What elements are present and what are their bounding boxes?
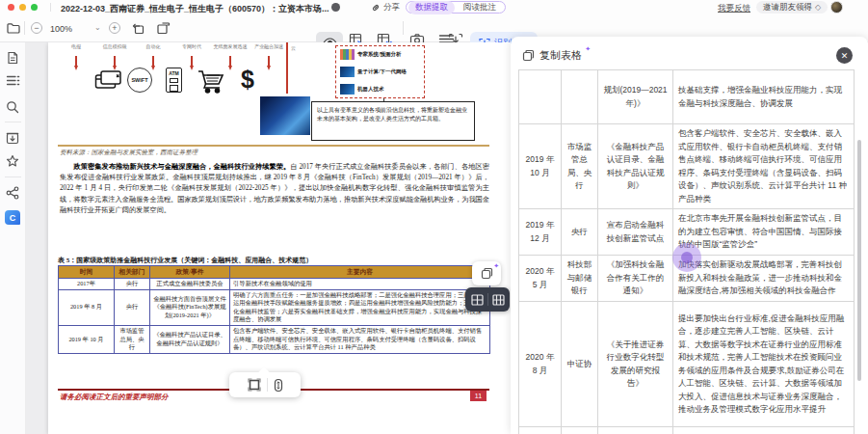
stage-label: 自动化 bbox=[146, 44, 161, 56]
down-arrow-icon bbox=[152, 56, 154, 66]
tech-thumbnail bbox=[340, 84, 355, 95]
table-row[interactable]: 2020 年 8 月 中证协 《关于推进证券行业数字化转型发展的研究报告》 提出… bbox=[519, 302, 855, 427]
zoom-in-button[interactable]: + bbox=[109, 22, 120, 34]
cell-dept[interactable]: 市场监管总局、央行 bbox=[562, 124, 598, 209]
divider bbox=[267, 378, 268, 392]
cell-content[interactable]: 技基础支撑，增强金融业科技应用能力，实现金融与科技深度融合、协调发展 bbox=[673, 70, 855, 124]
ai-sparkle-icon: ✦ bbox=[585, 45, 591, 52]
open-folder-icon[interactable] bbox=[7, 22, 20, 34]
selection-popover bbox=[229, 372, 301, 397]
cell-content: 引导新技术在金融领域的使用 bbox=[230, 279, 490, 290]
cell-time: 2019 年 8 月 bbox=[59, 289, 115, 325]
atm-icon: ATM bbox=[166, 68, 182, 93]
table-row: 2017年 央行 正式成立金融科技委员会 引导新技术在金融领域的使用 bbox=[59, 279, 490, 290]
swift-globe-icon: SWIFT bbox=[127, 68, 152, 93]
rotate-left-icon[interactable] bbox=[132, 22, 145, 35]
down-arrow-icon bbox=[114, 56, 116, 66]
close-panel-button[interactable]: ✕ bbox=[836, 47, 853, 64]
cell-time: 2019 年 10 月 bbox=[59, 325, 115, 353]
tab-data-extract[interactable]: 数据提取 bbox=[408, 1, 455, 14]
left-sidebar: C bbox=[0, 42, 26, 434]
select-region-icon[interactable] bbox=[248, 378, 261, 392]
tab-annotate[interactable]: 阅读批注 bbox=[457, 1, 503, 14]
divider bbox=[487, 293, 488, 306]
stage-label: 无纸面发展迅速 bbox=[214, 44, 248, 56]
cell-time[interactable]: 2019 年 10 月 bbox=[519, 124, 562, 209]
share-nodes-icon[interactable] bbox=[6, 186, 19, 200]
copy-table-panel: 复制表格 ✦ ✕ 规划(2019—2021 年)》 技基础支撑，增强金融业科技应… bbox=[511, 37, 868, 434]
divider bbox=[58, 145, 489, 147]
stage-label: 信息模拟银 bbox=[103, 44, 127, 56]
cell-dept[interactable] bbox=[562, 427, 598, 434]
stage-item: 电报 bbox=[58, 44, 94, 70]
cell-dept[interactable]: 科技部与邮储银行 bbox=[562, 256, 598, 302]
table-grid-icon[interactable] bbox=[471, 294, 484, 306]
cell-content[interactable]: 包含客户端软件、安全芯片、安全载体、嵌入式应用软件、银行卡自动柜员机终端、支付销… bbox=[673, 124, 855, 209]
cell-time[interactable] bbox=[519, 70, 562, 124]
down-arrow-icon bbox=[229, 56, 231, 66]
table-row[interactable]: 规划(2019—2021 年)》 技基础支撑，增强金融业科技应用能力，实现金融与… bbox=[519, 70, 855, 124]
gem-icon: ◇ bbox=[815, 3, 821, 12]
cell-content[interactable]: 在北京市率先开展金融科技创新监管试点，目的为建立包容审慎、符合中国国情、与国际接… bbox=[673, 209, 855, 256]
cell-dept[interactable] bbox=[562, 70, 598, 124]
tech-label: 机器人技术 bbox=[357, 86, 384, 93]
drag-vertical-icon[interactable] bbox=[274, 378, 283, 393]
stage-item: 专网时代 bbox=[173, 44, 210, 70]
cell-dept: 央行 bbox=[115, 279, 150, 290]
cell-policy[interactable]: 《关于推进证券行业数字化转型发展的研究报告》 bbox=[598, 302, 673, 427]
cell-dept[interactable]: 央行 bbox=[562, 209, 598, 256]
close-window-button[interactable] bbox=[8, 4, 14, 11]
cell-policy[interactable]: 规划(2019—2021 年)》 bbox=[598, 70, 673, 124]
thumbnails-page-icon[interactable] bbox=[6, 51, 19, 65]
table-grid-plus-icon[interactable] bbox=[492, 294, 505, 306]
table-tools-bar[interactable] bbox=[465, 287, 510, 312]
zoom-out-button[interactable]: − bbox=[31, 22, 42, 34]
table-row[interactable]: 2019 年 10 月 市场监管总局、央行 《金融科技产品认证目录、金融科技产品… bbox=[519, 124, 855, 209]
search-icon[interactable] bbox=[6, 100, 19, 114]
table-caption: 表 5：国家级政策助推金融科技行业发展（关键词：金融科技、应用融合、技术规范） bbox=[58, 256, 312, 265]
cell-time[interactable] bbox=[519, 427, 562, 434]
col-header: 政策/事件 bbox=[150, 266, 230, 279]
share-button[interactable]: 分享 bbox=[371, 2, 400, 14]
cell-time[interactable]: 2020 年 8 月 bbox=[519, 302, 562, 427]
avatar[interactable] bbox=[830, 1, 843, 14]
rotate-page-icon[interactable] bbox=[156, 22, 171, 35]
status-dot-icon[interactable] bbox=[331, 3, 340, 12]
cell-policy[interactable] bbox=[598, 427, 673, 434]
minimize-window-button[interactable] bbox=[19, 4, 26, 11]
maximize-window-button[interactable] bbox=[31, 4, 38, 11]
panel-scrollbar[interactable] bbox=[857, 140, 861, 381]
cell-policy[interactable]: 《金融科技产品认证目录、金融科技产品认证规则》 bbox=[598, 124, 673, 209]
col-header: 主要内容 bbox=[230, 266, 490, 279]
cell-policy[interactable]: 《加强科技金融合作有关工作的通知》 bbox=[598, 256, 673, 302]
divider bbox=[5, 122, 21, 122]
cell-dept[interactable]: 中证协 bbox=[562, 302, 598, 427]
cell-content[interactable]: 《规划》明确提出建设绿色高可用数据中心、架设安全泛在 bbox=[673, 427, 855, 434]
callout-box: 以上具有变革意义的各项前沿信息科技，将重新塑造金融业未来的基本架构，是改变人类生… bbox=[311, 101, 475, 141]
link-icon bbox=[371, 3, 381, 13]
cell-content[interactable]: 提出要加快出台行业标准,促进金融科技应用融合，逐步建立完善人工智能、区块链、云计… bbox=[673, 302, 855, 427]
minus-icon: − bbox=[34, 24, 39, 33]
chevron-down-icon[interactable]: ⌄ bbox=[94, 23, 101, 32]
cell-dept: 央行 bbox=[115, 289, 150, 325]
cell-policy: 金融科技方面首份顶层文件《金融科技(FinTech)发展规划(2019-2021… bbox=[150, 289, 230, 325]
app-logo-icon[interactable]: C bbox=[5, 210, 20, 225]
mode-tabs: 数据提取 阅读批注 bbox=[406, 1, 506, 14]
outline-list-icon[interactable] bbox=[6, 75, 20, 87]
star-icon[interactable] bbox=[6, 154, 19, 168]
copy-table-float-button[interactable]: ✦ bbox=[472, 261, 501, 285]
fintech-photo bbox=[260, 96, 310, 135]
table-row[interactable]: 《规划》明确提出建设绿色高可用数据中心、架设安全泛在 bbox=[519, 427, 855, 434]
invite-button[interactable]: 邀请朋友领得 ◇ bbox=[756, 1, 828, 14]
cell-content: 明确了六方面重点任务：一是加强金融科技战略部署；二是强化金融科技合理应用；三是合… bbox=[230, 289, 490, 325]
download-save-icon[interactable] bbox=[6, 131, 19, 145]
cell-time[interactable]: 2020 年 5 月 bbox=[519, 256, 562, 302]
feedback-link[interactable]: 我要反馈 bbox=[718, 3, 750, 14]
plus-icon: + bbox=[112, 24, 117, 33]
cell-policy[interactable]: 宣布启动金融科技创新监管试点 bbox=[598, 209, 673, 256]
invite-label: 邀请朋友领得 bbox=[763, 2, 812, 14]
cell-time[interactable]: 2019 年 12 月 bbox=[519, 209, 562, 256]
divider bbox=[24, 21, 25, 35]
table-row: 2019 年 8 月 央行 金融科技方面首份顶层文件《金融科技(FinTech)… bbox=[59, 289, 490, 325]
stage-item: 信息模拟银 bbox=[96, 44, 133, 70]
